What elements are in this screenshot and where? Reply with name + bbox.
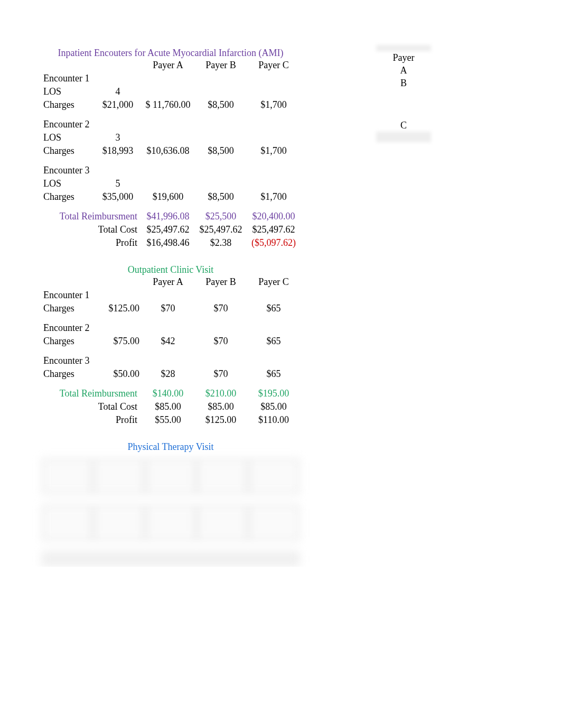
encounter-name: Encounter 1 — [41, 289, 142, 302]
total-cost-a: $85.00 — [142, 400, 194, 413]
header-payer-c: Payer C — [247, 59, 300, 72]
cell-b: $8,500 — [194, 190, 247, 204]
cell-c: $1,700 — [247, 144, 300, 158]
los-label: LOS — [41, 177, 94, 190]
inpatient-section: Inpatient Encouters for Acute Myocardial… — [41, 48, 300, 250]
charges-value: $75.00 — [94, 335, 142, 348]
header-payer-a: Payer A — [142, 59, 194, 72]
inpatient-header-row: Payer A Payer B Payer C — [41, 59, 300, 72]
outpatient-title: Outpatient Clinic Visit — [41, 264, 300, 275]
total-cost-c: $25,497.62 — [247, 223, 300, 236]
profit-label: Profit — [41, 236, 142, 250]
cell-a: $19,600 — [142, 190, 194, 204]
encounter-name: Encounter 1 — [41, 72, 142, 85]
los-label: LOS — [41, 85, 94, 98]
los-value: 5 — [94, 177, 142, 190]
encounter-name: Encounter 3 — [41, 354, 142, 367]
total-cost-label: Total Cost — [41, 223, 142, 236]
side-payer-a: A — [376, 64, 431, 77]
charges-label: Charges — [41, 367, 94, 381]
cell-b: $8,500 — [194, 98, 247, 112]
charges-value: $21,000 — [94, 98, 142, 112]
cell-c: $65 — [247, 335, 300, 348]
cell-a: $70 — [142, 302, 194, 315]
header-payer-c: Payer C — [247, 275, 300, 289]
side-payer-b: B — [376, 77, 431, 89]
cell-b: $8,500 — [194, 144, 247, 158]
los-label: LOS — [41, 131, 94, 144]
encounter-name: Encounter 2 — [41, 118, 142, 131]
cell-c: $1,700 — [247, 190, 300, 204]
profit-b: $125.00 — [194, 413, 247, 427]
charges-label: Charges — [41, 335, 94, 348]
cell-c: $65 — [247, 367, 300, 381]
total-cost-label: Total Cost — [41, 400, 142, 413]
header-payer-b: Payer B — [194, 275, 247, 289]
charges-label: Charges — [41, 98, 94, 112]
cell-b: $70 — [194, 367, 247, 381]
inpatient-title: Inpatient Encouters for Acute Myocardial… — [41, 48, 300, 59]
encounter-name: Encounter 3 — [41, 164, 142, 177]
total-reimb-b: $210.00 — [194, 387, 247, 400]
profit-label: Profit — [41, 413, 142, 427]
outpatient-section: Outpatient Clinic Visit Payer A Payer B … — [41, 264, 300, 427]
total-reimb-a: $41,996.08 — [142, 210, 194, 223]
total-cost-b: $25,497.62 — [194, 223, 247, 236]
pt-title: Physical Therapy Visit — [41, 441, 300, 453]
los-value: 3 — [94, 131, 142, 144]
total-reimb-label: Total Reimbursment — [41, 387, 142, 400]
total-cost-c: $85.00 — [247, 400, 300, 413]
side-payer-label: Payer — [376, 51, 431, 64]
cell-a: $28 — [142, 367, 194, 381]
charges-value: $50.00 — [94, 367, 142, 381]
los-value: 4 — [94, 85, 142, 98]
outpatient-header-row: Payer A Payer B Payer C — [41, 275, 300, 289]
pt-section: Physical Therapy Visit — [41, 441, 300, 453]
total-reimb-c: $195.00 — [247, 387, 300, 400]
profit-c: $110.00 — [247, 413, 300, 427]
charges-value: $125.00 — [94, 302, 142, 315]
profit-c: ($5,097.62) — [247, 236, 300, 250]
total-cost-b: $85.00 — [194, 400, 247, 413]
total-reimb-c: $20,400.00 — [247, 210, 300, 223]
side-payer-c: C — [376, 119, 431, 132]
total-reimb-label: Total Reimbursment — [41, 210, 142, 223]
cell-b: $70 — [194, 335, 247, 348]
cell-a: $10,636.08 — [142, 144, 194, 158]
header-payer-b: Payer B — [194, 59, 247, 72]
profit-a: $16,498.46 — [142, 236, 194, 250]
charges-label: Charges — [41, 302, 94, 315]
side-payer-list: Payer A B C — [376, 45, 431, 142]
header-payer-a: Payer A — [142, 275, 194, 289]
profit-a: $55.00 — [142, 413, 194, 427]
charges-label: Charges — [41, 144, 94, 158]
cell-b: $70 — [194, 302, 247, 315]
charges-label: Charges — [41, 190, 94, 204]
total-cost-a: $25,497.62 — [142, 223, 194, 236]
cell-a: $ 11,760.00 — [142, 98, 194, 112]
charges-value: $35,000 — [94, 190, 142, 204]
charges-value: $18,993 — [94, 144, 142, 158]
cell-c: $65 — [247, 302, 300, 315]
encounter-name: Encounter 2 — [41, 321, 142, 335]
total-reimb-b: $25,500 — [194, 210, 247, 223]
profit-b: $2.38 — [194, 236, 247, 250]
cell-a: $42 — [142, 335, 194, 348]
cell-c: $1,700 — [247, 98, 300, 112]
total-reimb-a: $140.00 — [142, 387, 194, 400]
blurred-content — [41, 458, 300, 567]
